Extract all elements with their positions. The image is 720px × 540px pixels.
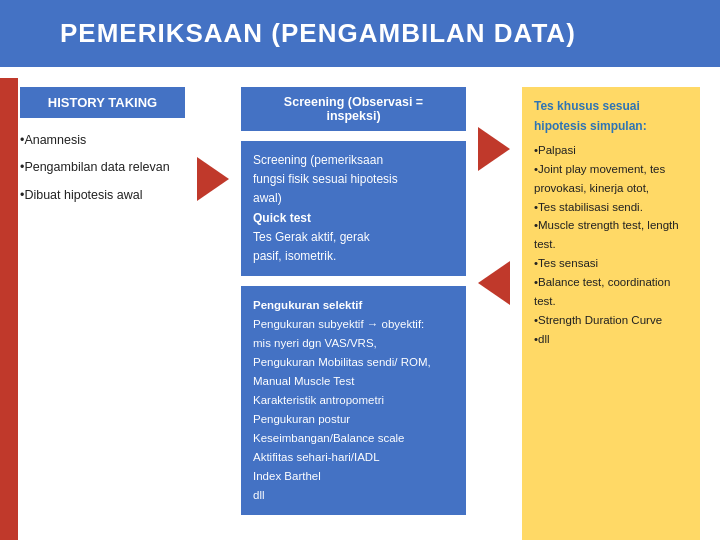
tes-khusus-item-1: •Joint play movement, tes provokasi, kin… bbox=[534, 160, 688, 198]
pengukuran-line-8: Index Barthel bbox=[253, 470, 321, 482]
right-arrow-icon bbox=[197, 157, 229, 201]
tes-khusus-item-7: •dll bbox=[534, 330, 688, 349]
tes-khusus-item-3: •Muscle strength test, length test. bbox=[534, 216, 688, 254]
quick-test-label: Quick test bbox=[253, 211, 311, 225]
right-arrow-top-icon bbox=[478, 127, 510, 171]
screening-top-line2: inspeksi) bbox=[326, 109, 380, 123]
header: PEMERIKSAAN (PENGAMBILAN DATA) bbox=[0, 0, 720, 67]
tes-khusus-item-0: •Palpasi bbox=[534, 141, 688, 160]
arrow-mid-right bbox=[476, 87, 512, 540]
main-content: HISTORY TAKING •Anamnesis •Pengambilan d… bbox=[0, 87, 720, 540]
history-item-2: •Pengambilan data relevan bbox=[20, 157, 185, 178]
page-title: PEMERIKSAAN (PENGAMBILAN DATA) bbox=[60, 18, 576, 48]
tes-khusus-box: Tes khusus sesuai hipotesis simpulan: •P… bbox=[522, 87, 700, 540]
screening-mid-line1: Screening (pemeriksaan bbox=[253, 153, 383, 167]
history-item-3: •Dibuat hipotesis awal bbox=[20, 185, 185, 206]
pengukuran-line-0: Pengukuran subyektif → obyektif: bbox=[253, 318, 424, 330]
screening-top-line1: Screening (Observasi = bbox=[284, 95, 423, 109]
pengukuran-line-4: Karakteristik antropometri bbox=[253, 394, 384, 406]
tes-khusus-item-6: •Strength Duration Curve bbox=[534, 311, 688, 330]
screening-top-box: Screening (Observasi = inspeksi) bbox=[241, 87, 466, 131]
history-items: •Anamnesis •Pengambilan data relevan •Di… bbox=[20, 130, 185, 206]
left-arrow-bottom-icon bbox=[478, 261, 510, 305]
pengukuran-line-6: Keseimbangan/Balance scale bbox=[253, 432, 405, 444]
arrow-left-mid bbox=[195, 87, 231, 540]
history-taking-box: HISTORY TAKING bbox=[20, 87, 185, 118]
pengukuran-box: Pengukuran selektif Pengukuran subyektif… bbox=[241, 286, 466, 515]
pengukuran-line-9: dll bbox=[253, 489, 265, 501]
tes-khusus-title-line1: Tes khusus sesuai bbox=[534, 99, 640, 113]
pengukuran-title: Pengukuran selektif bbox=[253, 299, 362, 311]
right-column: Tes khusus sesuai hipotesis simpulan: •P… bbox=[522, 87, 700, 540]
history-item-1: •Anamnesis bbox=[20, 130, 185, 151]
screening-middle-box: Screening (pemeriksaan fungsi fisik sesu… bbox=[241, 141, 466, 276]
pengukuran-line-3: Manual Muscle Test bbox=[253, 375, 354, 387]
tes-khusus-item-5: •Balance test, coordination test. bbox=[534, 273, 688, 311]
middle-column: Screening (Observasi = inspeksi) Screeni… bbox=[241, 87, 466, 540]
screening-mid-line2: fungsi fisik sesuai hipotesis bbox=[253, 172, 398, 186]
slide: PEMERIKSAAN (PENGAMBILAN DATA) HISTORY T… bbox=[0, 0, 720, 540]
screening-mid-line5: pasif, isometrik. bbox=[253, 249, 336, 263]
left-accent-bar bbox=[0, 78, 18, 540]
pengukuran-line-2: Pengukuran Mobilitas sendi/ ROM, bbox=[253, 356, 431, 368]
screening-mid-line3: awal) bbox=[253, 191, 282, 205]
screening-mid-line4: Tes Gerak aktif, gerak bbox=[253, 230, 370, 244]
tes-khusus-item-4: •Tes sensasi bbox=[534, 254, 688, 273]
pengukuran-line-5: Pengukuran postur bbox=[253, 413, 350, 425]
pengukuran-line-1: mis nyeri dgn VAS/VRS, bbox=[253, 337, 377, 349]
tes-khusus-item-2: •Tes stabilisasi sendi. bbox=[534, 198, 688, 217]
pengukuran-line-7: Aktifitas sehari-hari/IADL bbox=[253, 451, 380, 463]
left-column: HISTORY TAKING •Anamnesis •Pengambilan d… bbox=[20, 87, 185, 540]
tes-khusus-title: Tes khusus sesuai hipotesis simpulan: bbox=[534, 97, 688, 137]
tes-khusus-title-line2: hipotesis simpulan: bbox=[534, 119, 647, 133]
